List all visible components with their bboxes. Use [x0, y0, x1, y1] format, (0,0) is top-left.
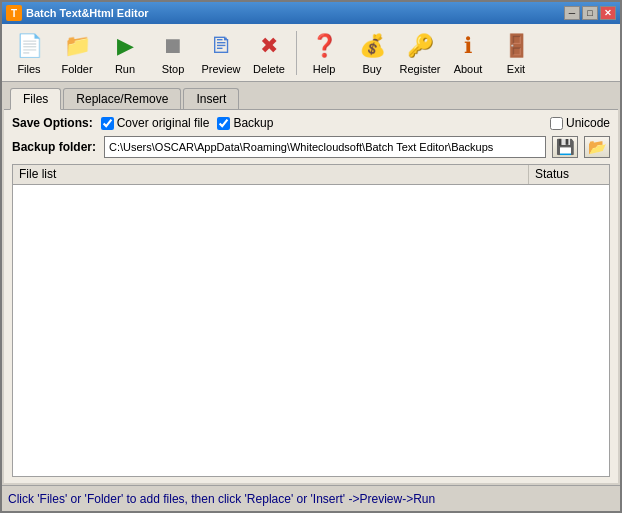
- toolbar-item-run[interactable]: ▶Run: [102, 27, 148, 79]
- toolbar-item-about[interactable]: ℹAbout: [445, 27, 491, 79]
- tab-insert[interactable]: Insert: [183, 88, 239, 109]
- register-icon: 🔑: [404, 30, 436, 62]
- files-icon: 📄: [13, 30, 45, 62]
- unicode-label: Unicode: [566, 116, 610, 130]
- run-icon: ▶: [109, 30, 141, 62]
- toolbar-item-delete[interactable]: ✖Delete: [246, 27, 292, 79]
- exit-label: Exit: [507, 63, 525, 75]
- toolbar-item-exit[interactable]: 🚪Exit: [493, 27, 539, 79]
- file-list-col-status: Status: [529, 165, 609, 184]
- backup-label: Backup: [233, 116, 273, 130]
- cover-original-label: Cover original file: [117, 116, 210, 130]
- run-label: Run: [115, 63, 135, 75]
- unicode-checkbox-label[interactable]: Unicode: [550, 116, 610, 130]
- close-button[interactable]: ✕: [600, 6, 616, 20]
- tab-files[interactable]: Files: [10, 88, 61, 110]
- backup-folder-row: Backup folder: 💾 📂: [12, 136, 610, 158]
- main-content-wrapper: Files Replace/Remove Insert Save Options…: [2, 82, 620, 485]
- delete-icon: ✖: [253, 30, 285, 62]
- status-bar: Click 'Files' or 'Folder' to add files, …: [2, 485, 620, 511]
- toolbar-item-help[interactable]: ❓Help: [301, 27, 347, 79]
- content-area: Save Options: Cover original file Backup…: [4, 109, 618, 483]
- save-options-row: Save Options: Cover original file Backup…: [12, 116, 610, 130]
- title-bar: T Batch Text&Html Editor ─ □ ✕: [2, 2, 620, 24]
- toolbar-item-preview[interactable]: 🖹Preview: [198, 27, 244, 79]
- title-bar-left: T Batch Text&Html Editor: [6, 5, 149, 21]
- toolbar-item-register[interactable]: 🔑Register: [397, 27, 443, 79]
- unicode-checkbox[interactable]: [550, 117, 563, 130]
- stop-label: Stop: [162, 63, 185, 75]
- save-options-label: Save Options:: [12, 116, 93, 130]
- save-folder-button[interactable]: 💾: [552, 136, 578, 158]
- register-label: Register: [400, 63, 441, 75]
- about-icon: ℹ: [452, 30, 484, 62]
- status-text: Click 'Files' or 'Folder' to add files, …: [8, 492, 435, 506]
- exit-icon: 🚪: [500, 30, 532, 62]
- folder-icon: 📁: [61, 30, 93, 62]
- help-label: Help: [313, 63, 336, 75]
- toolbar-item-folder[interactable]: 📁Folder: [54, 27, 100, 79]
- toolbar-item-files[interactable]: 📄Files: [6, 27, 52, 79]
- toolbar: 📄Files📁Folder▶Run⏹Stop🖹Preview✖Delete❓He…: [2, 24, 620, 82]
- backup-checkbox[interactable]: [217, 117, 230, 130]
- backup-folder-input[interactable]: [104, 136, 546, 158]
- toolbar-item-buy[interactable]: 💰Buy: [349, 27, 395, 79]
- toolbar-separator: [296, 31, 297, 75]
- stop-icon: ⏹: [157, 30, 189, 62]
- file-list-container: File list Status: [12, 164, 610, 477]
- buy-icon: 💰: [356, 30, 388, 62]
- file-list-body[interactable]: [13, 185, 609, 476]
- minimize-button[interactable]: ─: [564, 6, 580, 20]
- files-label: Files: [17, 63, 40, 75]
- file-list-col-name: File list: [13, 165, 529, 184]
- backup-checkbox-label[interactable]: Backup: [217, 116, 273, 130]
- preview-icon: 🖹: [205, 30, 237, 62]
- title-bar-controls: ─ □ ✕: [564, 6, 616, 20]
- app-icon: T: [6, 5, 22, 21]
- cover-original-checkbox[interactable]: [101, 117, 114, 130]
- preview-label: Preview: [201, 63, 240, 75]
- buy-label: Buy: [363, 63, 382, 75]
- folder-label: Folder: [61, 63, 92, 75]
- tab-bar: Files Replace/Remove Insert: [4, 84, 618, 109]
- maximize-button[interactable]: □: [582, 6, 598, 20]
- backup-folder-label: Backup folder:: [12, 140, 98, 154]
- browse-folder-button[interactable]: 📂: [584, 136, 610, 158]
- cover-original-checkbox-label[interactable]: Cover original file: [101, 116, 210, 130]
- delete-label: Delete: [253, 63, 285, 75]
- main-window: T Batch Text&Html Editor ─ □ ✕ 📄Files📁Fo…: [0, 0, 622, 513]
- file-list-header: File list Status: [13, 165, 609, 185]
- about-label: About: [454, 63, 483, 75]
- help-icon: ❓: [308, 30, 340, 62]
- tab-replace-remove[interactable]: Replace/Remove: [63, 88, 181, 109]
- toolbar-item-stop[interactable]: ⏹Stop: [150, 27, 196, 79]
- window-title: Batch Text&Html Editor: [26, 7, 149, 19]
